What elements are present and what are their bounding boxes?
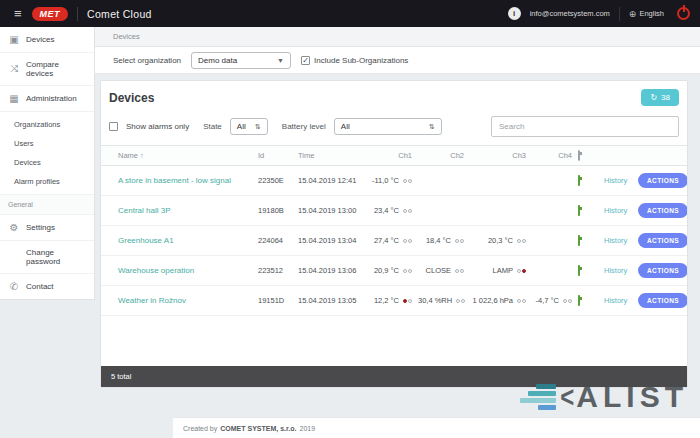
col-time[interactable]: Time xyxy=(295,146,361,166)
battery-level-select[interactable]: All ⇅ xyxy=(334,118,442,135)
footer-year: 2019 xyxy=(299,425,315,432)
col-ch4[interactable]: Ch4 xyxy=(529,146,575,166)
auto-refresh-button[interactable]: ↻ 38 xyxy=(641,89,679,106)
state-select-value: All xyxy=(237,122,246,131)
sidebar-item-label: Devices xyxy=(26,35,54,44)
table-row[interactable]: Central hall 3P 19180B 15.04.2019 13:00 … xyxy=(101,196,687,226)
sidebar-item-alarm-profiles[interactable]: Alarm profiles xyxy=(0,172,94,191)
alarm-indicator-icon xyxy=(517,299,521,303)
sidebar-item-contact[interactable]: ✆ Contact xyxy=(0,274,94,299)
device-name-link[interactable]: Weather in Rožnov xyxy=(118,296,186,305)
app-title: Comet Cloud xyxy=(87,8,152,20)
actions-button[interactable]: ACTIONS xyxy=(638,203,687,218)
logout-power-icon[interactable] xyxy=(677,7,690,20)
battery-level-icon xyxy=(578,295,580,306)
history-link[interactable]: History xyxy=(604,236,627,245)
comet-logo: MET xyxy=(32,7,69,21)
table-empty-space xyxy=(101,316,687,366)
sidebar-item-users[interactable]: Users xyxy=(0,134,94,153)
device-ch3: 20,3 °C xyxy=(467,226,529,256)
alarm-indicator-icon xyxy=(408,209,412,213)
language-switcher[interactable]: ⊕ English xyxy=(629,9,664,19)
alarm-indicator-icon xyxy=(403,179,407,183)
device-ch2: 18,4 °C xyxy=(415,226,467,256)
panel-title: Devices xyxy=(109,91,154,105)
admin-grid-icon: ▦ xyxy=(8,93,20,104)
table-row[interactable]: A store in basement - low signal 22350E … xyxy=(101,166,687,196)
alarm-indicator-icon xyxy=(456,299,460,303)
col-ch2[interactable]: Ch2 xyxy=(415,146,467,166)
device-ch3 xyxy=(467,196,529,226)
table-row[interactable]: Warehouse operation 223512 15.04.2019 13… xyxy=(101,256,687,286)
device-name-link[interactable]: Greenhouse A1 xyxy=(118,236,174,245)
sidebar-item-label: Contact xyxy=(26,282,54,291)
channel-value: 20,9 °C xyxy=(374,266,399,275)
col-ch3[interactable]: Ch3 xyxy=(467,146,529,166)
alarm-indicator-icon xyxy=(408,179,412,183)
actions-button[interactable]: ACTIONS xyxy=(638,293,687,308)
state-select[interactable]: All ⇅ xyxy=(230,118,268,135)
device-id: 223512 xyxy=(255,256,295,286)
topbar-divider xyxy=(77,7,78,21)
sort-asc-icon: ↑ xyxy=(140,151,144,160)
include-suborgs-label: Include Sub-Organizations xyxy=(314,56,408,65)
sidebar-item-label: Change password xyxy=(26,248,86,266)
organization-select[interactable]: Demo data ▼ xyxy=(191,52,291,69)
alarm-indicator-icon xyxy=(403,299,407,303)
col-name[interactable]: Name ↑ xyxy=(115,146,255,166)
col-id[interactable]: Id xyxy=(255,146,295,166)
device-ch1: 27,4 °C xyxy=(361,226,415,256)
device-name-link[interactable]: Warehouse operation xyxy=(118,266,194,275)
table-row[interactable]: Greenhouse A1 224064 15.04.2019 13:04 27… xyxy=(101,226,687,256)
select-organization-label: Select organization xyxy=(113,56,181,65)
actions-button[interactable]: ACTIONS xyxy=(638,263,687,278)
sidebar: ▣ Devices ⤨ Compare devices ▦ Administra… xyxy=(0,27,95,438)
actions-button[interactable]: ACTIONS xyxy=(638,233,687,248)
history-link[interactable]: History xyxy=(604,176,627,185)
devices-panel: Devices ↻ 38 Show alarms only State All … xyxy=(100,80,688,388)
device-time: 15.04.2019 13:00 xyxy=(295,196,361,226)
alarm-indicator-icon xyxy=(403,239,407,243)
sidebar-item-admin-devices[interactable]: Devices xyxy=(0,153,94,172)
actions-button[interactable]: ACTIONS xyxy=(638,173,687,188)
sidebar-item-devices[interactable]: ▣ Devices xyxy=(0,27,94,53)
table-row[interactable]: Weather in Rožnov 19151D 15.04.2019 13:0… xyxy=(101,286,687,316)
device-name-link[interactable]: A store in basement - low signal xyxy=(118,176,231,185)
sidebar-item-label: Settings xyxy=(26,223,55,232)
sidebar-item-organizations[interactable]: Organizations xyxy=(0,115,94,134)
user-avatar[interactable]: i xyxy=(508,7,521,20)
state-label: State xyxy=(203,122,222,131)
devices-icon: ▣ xyxy=(8,34,20,45)
alarm-indicator-icon xyxy=(522,269,526,273)
battery-level-icon xyxy=(578,265,580,276)
organization-bar: Select organization Demo data ▼ ✓ Includ… xyxy=(95,47,700,74)
user-email[interactable]: info@cometsystem.com xyxy=(530,9,610,18)
battery-select-value: All xyxy=(341,122,350,131)
history-link[interactable]: History xyxy=(604,206,627,215)
sidebar-item-administration[interactable]: ▦ Administration xyxy=(0,86,94,112)
table-header-row: Name ↑ Id Time Ch1 Ch2 Ch3 Ch4 xyxy=(101,146,687,166)
include-suborgs-checkbox[interactable]: ✓ xyxy=(301,56,310,65)
alarm-indicator-icon xyxy=(408,239,412,243)
sidebar-item-change-password[interactable]: Change password xyxy=(0,241,94,274)
gear-icon: ⚙ xyxy=(8,222,20,233)
device-ch4 xyxy=(529,256,575,286)
phone-icon: ✆ xyxy=(8,281,20,292)
history-link[interactable]: History xyxy=(604,296,627,305)
search-input[interactable] xyxy=(491,116,679,137)
alarm-indicator-icon xyxy=(455,239,459,243)
menu-icon[interactable]: ≡ xyxy=(14,6,22,21)
sidebar-item-compare-devices[interactable]: ⤨ Compare devices xyxy=(0,53,94,86)
kalist-text: ALIST xyxy=(576,380,688,413)
device-name-link[interactable]: Central hall 3P xyxy=(118,206,170,215)
devices-table: Name ↑ Id Time Ch1 Ch2 Ch3 Ch4 xyxy=(101,145,687,316)
col-ch1[interactable]: Ch1 xyxy=(361,146,415,166)
battery-level-icon xyxy=(578,235,580,246)
history-link[interactable]: History xyxy=(604,266,627,275)
sidebar-item-settings[interactable]: ⚙ Settings xyxy=(0,215,94,241)
alarm-indicator-icon xyxy=(517,239,521,243)
show-alarms-checkbox[interactable] xyxy=(109,122,118,131)
sidebar-section-general: General xyxy=(0,195,94,215)
device-ch1: -11,0 °C xyxy=(361,166,415,196)
device-ch1: 23,4 °C xyxy=(361,196,415,226)
